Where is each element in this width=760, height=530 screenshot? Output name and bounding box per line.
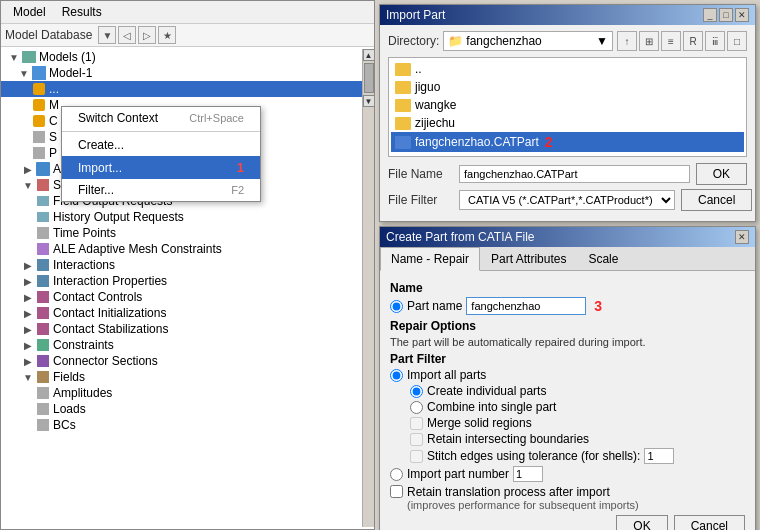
file-item-zijiechu[interactable]: zijiechu xyxy=(391,114,744,132)
toolbar-btn-star[interactable]: ★ xyxy=(158,26,176,44)
retain-checkbox[interactable] xyxy=(410,433,423,446)
expander-contact-init[interactable]: ▶ xyxy=(21,306,35,320)
import-cancel-button[interactable]: Cancel xyxy=(681,189,752,211)
file-filter-select[interactable]: CATIA V5 (*.CATPart*,*.CATProduct*) xyxy=(459,190,675,210)
import-ok-button[interactable]: OK xyxy=(696,163,747,185)
tree-item-ale[interactable]: ALE Adaptive Mesh Constraints xyxy=(1,241,362,257)
merge-checkbox[interactable] xyxy=(410,417,423,430)
retain-translation-checkbox[interactable] xyxy=(390,485,403,498)
expander-model1[interactable]: ▼ xyxy=(17,66,31,80)
import-close[interactable]: ✕ xyxy=(735,8,749,22)
scroll-up[interactable]: ▲ xyxy=(363,49,375,61)
tree-item-fields[interactable]: ▼ Fields xyxy=(1,369,362,385)
expander-contact-controls[interactable]: ▶ xyxy=(21,290,35,304)
combine-radio[interactable] xyxy=(410,401,423,414)
toolbar-btn-forward[interactable]: ▷ xyxy=(138,26,156,44)
file-item-wangke[interactable]: wangke xyxy=(391,96,744,114)
tree-item-constraints[interactable]: ▶ Constraints xyxy=(1,337,362,353)
label-model1: Model-1 xyxy=(49,66,92,80)
menu-model[interactable]: Model xyxy=(5,3,54,21)
tree-item-interaction-props[interactable]: ▶ Interaction Properties xyxy=(1,273,362,289)
import-title-buttons: _ □ ✕ xyxy=(703,8,749,22)
create-individual-radio[interactable] xyxy=(410,385,423,398)
ctx-switch-context[interactable]: Switch Context Ctrl+Space xyxy=(62,107,260,129)
expander-contact-stab[interactable]: ▶ xyxy=(21,322,35,336)
tree-item-bcs[interactable]: BCs xyxy=(1,417,362,433)
icon-steps xyxy=(35,178,51,192)
dir-btn-list[interactable]: ⅲ xyxy=(705,31,725,51)
expander-constraints[interactable]: ▶ xyxy=(21,338,35,352)
icon-assembly xyxy=(35,162,51,176)
expander-assembly[interactable]: ▶ xyxy=(21,162,35,176)
tree-item-parts[interactable]: ... xyxy=(1,81,362,97)
file-list[interactable]: .. jiguo wangke zijiechu fangchenzhao.CA… xyxy=(388,57,747,157)
create-close[interactable]: ✕ xyxy=(735,230,749,244)
part-name-input[interactable] xyxy=(466,297,586,315)
label-amplitudes: Amplitudes xyxy=(53,386,112,400)
create-cancel-button[interactable]: Cancel xyxy=(674,515,745,530)
tab-name-repair[interactable]: Name - Repair xyxy=(380,247,480,271)
tree-item-model1[interactable]: ▼ Model-1 xyxy=(1,65,362,81)
expander-fields[interactable]: ▼ xyxy=(21,370,35,384)
label-history-output: History Output Requests xyxy=(53,210,184,224)
file-label-dotdot: .. xyxy=(415,62,422,76)
import-title-bar: Import Part _ □ ✕ xyxy=(380,5,755,25)
expander-interaction-props[interactable]: ▶ xyxy=(21,274,35,288)
create-ok-button[interactable]: OK xyxy=(616,515,667,530)
icon-interaction-props xyxy=(35,274,51,288)
catpart-icon xyxy=(395,136,411,149)
dir-dropdown-icon[interactable]: ▼ xyxy=(596,34,608,48)
import-maximize[interactable]: □ xyxy=(719,8,733,22)
tree-item-models[interactable]: ▼ Models (1) xyxy=(1,49,362,65)
ctx-filter[interactable]: Filter... F2 xyxy=(62,179,260,201)
import-part-number-input[interactable] xyxy=(513,466,543,482)
import-all-radio[interactable] xyxy=(390,369,403,382)
toolbar-btn-back[interactable]: ◁ xyxy=(118,26,136,44)
tree-item-time-points[interactable]: Time Points xyxy=(1,225,362,241)
label-bcs: BCs xyxy=(53,418,76,432)
tree-item-interactions[interactable]: ▶ Interactions xyxy=(1,257,362,273)
tree-item-contact-init[interactable]: ▶ Contact Initializations xyxy=(1,305,362,321)
expander-steps[interactable]: ▼ xyxy=(21,178,35,192)
tree-item-connector-sections[interactable]: ▶ Connector Sections xyxy=(1,353,362,369)
tree-item-history-output[interactable]: History Output Requests xyxy=(1,209,362,225)
tree-item-loads[interactable]: Loads xyxy=(1,401,362,417)
tree-item-contact-stab[interactable]: ▶ Contact Stabilizations xyxy=(1,321,362,337)
ctx-create[interactable]: Create... xyxy=(62,134,260,156)
scroll-down[interactable]: ▼ xyxy=(363,95,375,107)
scroll-thumb[interactable] xyxy=(364,63,374,93)
context-menu: Switch Context Ctrl+Space Create... Impo… xyxy=(61,106,261,202)
file-item-jiguo[interactable]: jiguo xyxy=(391,78,744,96)
dir-btn-up[interactable]: ↑ xyxy=(617,31,637,51)
import-all-row: Import all parts xyxy=(390,368,745,382)
label-fields: Fields xyxy=(53,370,85,384)
dir-btn-newdir[interactable]: ⊞ xyxy=(639,31,659,51)
tree-scrollbar[interactable]: ▲ ▼ xyxy=(362,49,374,527)
stitch-value-input[interactable] xyxy=(644,448,674,464)
import-part-number-radio[interactable] xyxy=(390,468,403,481)
file-item-dotdot[interactable]: .. xyxy=(391,60,744,78)
expander-connector-sections[interactable]: ▶ xyxy=(21,354,35,368)
expander-interactions[interactable]: ▶ xyxy=(21,258,35,272)
file-label-zijiechu: zijiechu xyxy=(415,116,455,130)
file-name-input[interactable] xyxy=(459,165,690,183)
toolbar-btn-dropdown[interactable]: ▼ xyxy=(98,26,116,44)
dir-btn-r[interactable]: R xyxy=(683,31,703,51)
file-name-row: File Name OK xyxy=(388,163,747,185)
import-minimize[interactable]: _ xyxy=(703,8,717,22)
tree-item-amplitudes[interactable]: Amplitudes xyxy=(1,385,362,401)
tab-part-attributes[interactable]: Part Attributes xyxy=(480,247,577,270)
menu-results[interactable]: Results xyxy=(54,3,110,21)
label-c: C xyxy=(49,114,58,128)
part-name-radio[interactable] xyxy=(390,300,403,313)
dir-select[interactable]: 📁 fangchenzhao ▼ xyxy=(443,31,613,51)
stitch-checkbox[interactable] xyxy=(410,450,423,463)
tree-item-contact-controls[interactable]: ▶ Contact Controls xyxy=(1,289,362,305)
expander-models[interactable]: ▼ xyxy=(7,50,21,64)
ctx-import[interactable]: Import... 1 xyxy=(62,156,260,179)
label-ale: ALE Adaptive Mesh Constraints xyxy=(53,242,222,256)
file-item-catpart[interactable]: fangchenzhao.CATPart 2 xyxy=(391,132,744,152)
tab-scale[interactable]: Scale xyxy=(577,247,629,270)
dir-btn-preview[interactable]: □ xyxy=(727,31,747,51)
dir-btn-details[interactable]: ≡ xyxy=(661,31,681,51)
